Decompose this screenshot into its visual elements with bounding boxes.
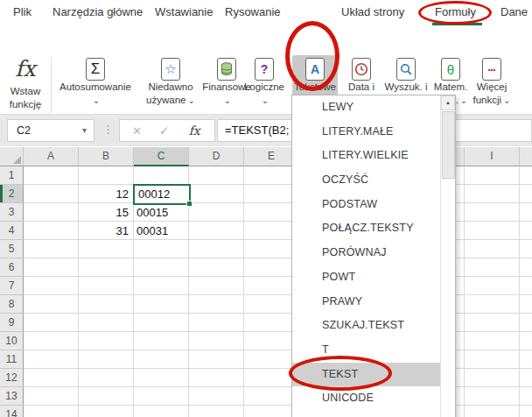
chevron-down-icon: ⌄: [460, 95, 467, 105]
row-header-14[interactable]: 14: [0, 406, 24, 417]
column-header-i[interactable]: I: [465, 147, 520, 166]
row-header-10[interactable]: 10: [0, 332, 24, 350]
chevron-down-icon: ⌄: [262, 95, 269, 105]
row-header-3[interactable]: 3: [0, 203, 24, 222]
menu-item-litery-male[interactable]: LITERY.MAŁE: [292, 120, 441, 145]
menu-item-szukaj-tekst[interactable]: SZUKAJ.TEKST: [292, 314, 441, 338]
theta-icon: θ: [441, 58, 460, 81]
cell-c3[interactable]: 00015: [136, 203, 187, 222]
annotation-circle-formuly: [418, 1, 492, 25]
scroll-up-icon[interactable]: ▲: [441, 95, 455, 110]
cell-b2[interactable]: 12: [79, 185, 132, 203]
row-header-8[interactable]: 8: [0, 295, 24, 314]
scrollbar-thumb[interactable]: [442, 111, 455, 179]
menu-item-litery-wielkie[interactable]: LITERY.WIELKIE: [292, 144, 441, 168]
name-box[interactable]: C2 ▾: [7, 119, 94, 142]
cell-b3[interactable]: 15: [79, 203, 132, 222]
name-box-value: C2: [17, 124, 31, 137]
insert-function-label: Wstaw: [10, 86, 41, 98]
annotation-circle-tekstowe: [285, 21, 340, 91]
magnifier-icon: [396, 58, 416, 81]
menu-item-podstaw[interactable]: PODSTAW: [292, 193, 441, 217]
chevron-down-icon: ⌄: [93, 95, 100, 105]
ribbon-button-autosumowanie[interactable]: Σ Autosumowanie ⌄: [54, 55, 136, 120]
menu-item-unicode[interactable]: UNICODE: [292, 386, 441, 411]
row-header-1[interactable]: 1: [0, 166, 24, 185]
chevron-down-icon: ⌄: [188, 95, 195, 105]
clock-icon: [352, 58, 371, 81]
fx-icon: fx: [15, 56, 35, 82]
tab-plik[interactable]: Plik: [13, 5, 32, 18]
row-header-13[interactable]: 13: [0, 387, 24, 406]
fill-handle[interactable]: [186, 201, 192, 207]
selected-cell-c2[interactable]: 00012: [133, 184, 191, 205]
chevron-down-icon: ⌄: [503, 95, 510, 105]
menu-item-polacz-teksty[interactable]: POŁĄCZ.TEKSTY: [292, 216, 441, 241]
select-all-button[interactable]: [0, 147, 24, 166]
question-mark-icon: ?: [255, 58, 274, 81]
row-header-9[interactable]: 9: [0, 314, 24, 332]
ribbon-button-niedawno-uzywane[interactable]: ☆ Niedawno używane⌄: [136, 55, 205, 120]
cell-c4[interactable]: 00031: [136, 222, 187, 240]
ribbon-button-logiczne[interactable]: ? Logiczne ⌄: [242, 55, 287, 120]
insert-function-label2: funkcję: [10, 99, 41, 111]
row-header-4[interactable]: 4: [0, 222, 24, 240]
cell-b4[interactable]: 31: [79, 222, 132, 240]
cell-c2-value: 00012: [138, 187, 170, 201]
row-header-12[interactable]: 12: [0, 369, 24, 387]
column-header-b[interactable]: B: [79, 147, 134, 166]
formula-buttons: ✕ ✓ fx: [119, 119, 215, 142]
enter-icon[interactable]: ✓: [159, 124, 170, 138]
name-box-dropdown-icon[interactable]: ▾: [82, 120, 87, 141]
column-header-a[interactable]: A: [24, 147, 79, 166]
menu-item-oczysc[interactable]: OCZYŚĆ: [292, 168, 441, 193]
tab-uklad-strony[interactable]: Układ strony: [341, 5, 404, 18]
menu-item-porownaj[interactable]: PORÓWNAJ: [292, 241, 441, 265]
column-header-c[interactable]: C: [134, 147, 189, 166]
chevron-down-icon: ⌄: [224, 95, 231, 105]
tab-narzedzia-glowne[interactable]: Narzędzia główne: [52, 5, 143, 18]
ribbon-button-wiecej-funkcji[interactable]: ••• Więcej funkcji⌄: [467, 55, 516, 120]
row-header-7[interactable]: 7: [0, 277, 24, 295]
select-all-triangle-icon: [13, 156, 21, 164]
row-header-5[interactable]: 5: [0, 240, 24, 258]
row-header-11[interactable]: 11: [0, 350, 24, 369]
row-header-6[interactable]: 6: [0, 258, 24, 277]
insert-function-icon[interactable]: fx: [189, 124, 200, 138]
ellipsis-icon: •••: [482, 58, 501, 81]
menu-item-prawy[interactable]: PRAWY: [292, 290, 441, 315]
tab-dane[interactable]: Dane: [500, 5, 528, 18]
tab-rysowanie[interactable]: Rysowanie: [225, 5, 281, 18]
row-header-column: 1 2 3 4 5 6 7 8 9 10 11 12 13 14: [0, 166, 24, 417]
formula-bar-separator: ⋮: [102, 123, 114, 136]
row-header-2[interactable]: 2: [0, 185, 24, 203]
menu-item-lewy[interactable]: LEWY: [292, 95, 441, 120]
annotation-circle-tekst-item: [289, 356, 392, 391]
menu-item-powt[interactable]: POWT: [292, 265, 441, 290]
tab-wstawianie[interactable]: Wstawianie: [155, 5, 213, 18]
sigma-icon: Σ: [86, 58, 105, 81]
column-header-partial[interactable]: [520, 147, 532, 166]
excel-window: Plik Narzędzia główne Wstawianie Rysowan…: [0, 0, 532, 417]
database-icon: [217, 58, 236, 81]
column-header-d[interactable]: D: [189, 147, 244, 166]
dropdown-scrollbar[interactable]: ▲: [440, 95, 455, 417]
cancel-icon[interactable]: ✕: [132, 124, 142, 138]
star-icon: ☆: [161, 58, 180, 81]
